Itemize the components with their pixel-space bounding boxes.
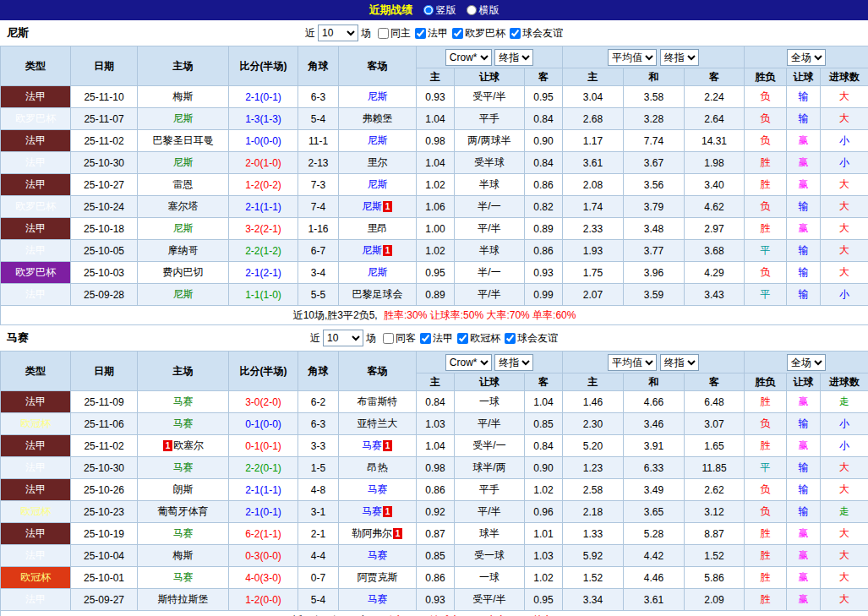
home-team-name[interactable]: 马赛 <box>173 417 194 429</box>
home-team-name[interactable]: 尼斯 <box>173 112 194 124</box>
eu-final-select[interactable]: 终指 <box>660 354 699 371</box>
away-team-cell: 亚特兰大 <box>339 413 417 435</box>
goals-result-cell: 大 <box>821 457 868 479</box>
away-team-name[interactable]: 马赛 <box>368 593 388 605</box>
filter-label: 欧冠杯 <box>470 331 500 346</box>
scope-select[interactable]: 全场 <box>787 49 826 66</box>
home-team-name[interactable]: 尼斯 <box>173 156 194 168</box>
filter-checkbox[interactable] <box>415 28 426 39</box>
league-filter[interactable]: 同主 <box>378 26 411 41</box>
ah-home-odds: 1.02 <box>417 174 455 196</box>
score-cell: 4-0(3-0) <box>229 567 298 589</box>
eu-average-select[interactable]: 平均值 <box>608 49 657 66</box>
away-team-name[interactable]: 马赛 <box>362 439 382 451</box>
match-row: 欧罗巴杯25-10-24塞尔塔2-1(1-1)7-4尼斯11.06半/一0.82… <box>1 196 868 218</box>
goals-result-cell: 小 <box>821 130 868 152</box>
filter-checkbox[interactable] <box>510 28 521 39</box>
league-type-cell: 欧冠杯 <box>1 567 71 589</box>
home-team-name: 斯特拉斯堡 <box>158 593 209 605</box>
league-filter[interactable]: 球会友谊 <box>505 331 558 346</box>
layout-option-vertical[interactable]: 竖版 <box>423 3 456 18</box>
away-team-name: 阿贾克斯 <box>358 571 398 583</box>
summary-row: 近10场,胜6平1负3, 胜率:60% 让球率:60% 大率:60% 单率:70… <box>1 611 868 616</box>
col-away: 客场 <box>339 352 417 391</box>
home-team-name: 朗斯 <box>173 483 194 495</box>
eu-away-odds: 2.24 <box>685 86 745 108</box>
filter-checkbox[interactable] <box>383 333 394 344</box>
page-title: 近期战绩 <box>369 3 413 18</box>
home-team-name[interactable]: 马赛 <box>173 395 194 407</box>
away-team-name[interactable]: 尼斯 <box>362 200 382 212</box>
date-cell: 25-10-24 <box>71 196 138 218</box>
eu-final-select[interactable]: 终指 <box>660 49 699 66</box>
league-filter[interactable]: 球会友谊 <box>510 26 563 41</box>
ah-odds-header: Crow* 终指 <box>417 352 563 373</box>
eu-home-odds: 1.33 <box>563 523 624 545</box>
league-filter[interactable]: 欧罗巴杯 <box>452 26 505 41</box>
date-cell: 25-11-02 <box>71 130 138 152</box>
filter-checkbox[interactable] <box>452 28 463 39</box>
home-team-name[interactable]: 马赛 <box>173 571 194 583</box>
ah-line: 半球 <box>455 174 525 196</box>
date-cell: 25-10-23 <box>71 501 138 523</box>
away-team-name[interactable]: 尼斯 <box>368 266 388 278</box>
layout-option-horizontal[interactable]: 横版 <box>467 3 500 18</box>
bookmaker-select[interactable]: Crow* <box>445 49 492 66</box>
home-team-name[interactable]: 尼斯 <box>173 222 194 234</box>
eu-home-odds: 1.23 <box>563 457 624 479</box>
away-team-name[interactable]: 尼斯 <box>368 134 388 146</box>
ah-final-select[interactable]: 终指 <box>494 49 533 66</box>
corners-cell: 0-7 <box>298 567 339 589</box>
score-cell: 2-1(2-1) <box>229 262 298 284</box>
home-team-name[interactable]: 马赛 <box>173 527 194 539</box>
result-cell: 平 <box>745 240 787 262</box>
ah-home-odds: 1.00 <box>417 218 455 240</box>
away-team-name[interactable]: 马赛 <box>368 483 388 495</box>
home-team-cell: 尼斯 <box>138 108 229 130</box>
home-team-name[interactable]: 马赛 <box>173 461 194 473</box>
vertical-layout-radio[interactable] <box>423 5 434 15</box>
filter-checkbox[interactable] <box>505 333 516 344</box>
league-filter[interactable]: 同客 <box>383 331 416 346</box>
away-team-name[interactable]: 尼斯 <box>368 90 388 102</box>
match-count-select[interactable]: 10 <box>323 330 363 346</box>
filter-checkbox[interactable] <box>457 333 468 344</box>
league-filter[interactable]: 法甲 <box>420 331 453 346</box>
away-team-name[interactable]: 马赛 <box>362 505 382 517</box>
ah-line: 受半/一 <box>455 435 525 457</box>
ah-final-select[interactable]: 终指 <box>494 354 533 371</box>
bookmaker-select[interactable]: Crow* <box>445 354 492 371</box>
horizontal-layout-radio[interactable] <box>467 5 477 15</box>
date-cell: 25-11-10 <box>71 86 138 108</box>
away-team-cell: 马赛 <box>339 589 417 611</box>
col-away: 客场 <box>339 46 417 86</box>
goals-result-cell: 小 <box>821 152 868 174</box>
scope-select[interactable]: 全场 <box>787 354 826 371</box>
match-row: 法甲25-10-30马赛2-2(0-1)1-5昂热0.98球半/两0.901.2… <box>1 457 868 479</box>
league-type-cell: 法甲 <box>1 589 71 611</box>
away-team-name[interactable]: 尼斯 <box>368 178 388 190</box>
goals-result-cell: 大 <box>821 567 868 589</box>
away-team-name: 昂热 <box>368 461 388 473</box>
filter-checkbox[interactable] <box>378 28 389 39</box>
home-team-name[interactable]: 尼斯 <box>173 288 194 300</box>
match-row: 法甲25-10-04梅斯0-3(0-0)4-4马赛0.85受一球1.035.92… <box>1 545 868 567</box>
goals-result-cell: 大 <box>821 240 868 262</box>
home-team-cell: 马赛 <box>138 391 229 413</box>
match-count-select[interactable]: 10 <box>318 25 358 41</box>
filter-checkbox[interactable] <box>420 333 431 344</box>
league-filter[interactable]: 欧冠杯 <box>457 331 500 346</box>
outcome-header: 全场 <box>745 46 868 68</box>
eu-average-select[interactable]: 平均值 <box>608 354 657 371</box>
home-team-cell: 摩纳哥 <box>138 240 229 262</box>
away-team-name[interactable]: 马赛 <box>368 549 388 561</box>
league-filter[interactable]: 法甲 <box>415 26 448 41</box>
away-team-name[interactable]: 尼斯 <box>362 244 382 256</box>
ah-line: 一球 <box>455 391 525 413</box>
corners-cell: 2-13 <box>298 152 339 174</box>
date-cell: 25-11-07 <box>71 108 138 130</box>
col-eu-away: 客 <box>685 68 745 86</box>
date-cell: 25-10-30 <box>71 152 138 174</box>
away-team-cell: 尼斯 <box>339 86 417 108</box>
eu-away-odds: 3.68 <box>685 240 745 262</box>
